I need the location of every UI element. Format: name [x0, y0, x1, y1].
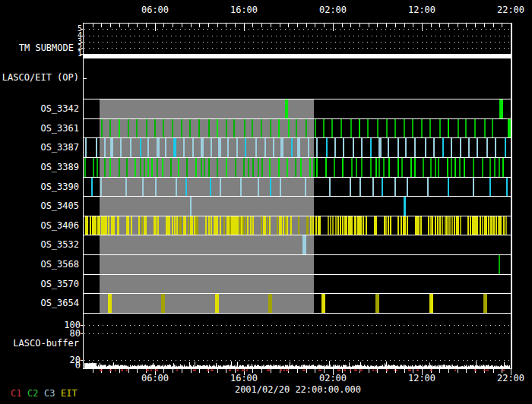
observation-tick: [414, 138, 416, 157]
observation-tick: [474, 119, 476, 137]
observation-tick: [128, 216, 129, 235]
top-axis-tick: [333, 24, 334, 31]
observation-tick: [245, 138, 246, 157]
top-axis-tick: [342, 24, 343, 27]
observation-tick: [460, 138, 461, 157]
observation-tick: [499, 99, 503, 118]
observation-tick: [429, 119, 431, 137]
top-axis-tick: [493, 24, 494, 27]
observed-period-shading: [100, 178, 314, 196]
os-row-label: OS_3342: [0, 104, 79, 114]
observation-tick: [169, 216, 170, 235]
observation-tick: [385, 216, 387, 235]
bottom-axis-tick-label: 12:00: [408, 374, 435, 383]
tm-submode-value-bar: [84, 54, 511, 58]
observation-tick: [197, 216, 198, 235]
buffer-red-mark: [302, 370, 306, 371]
observation-tick: [113, 216, 115, 235]
observation-tick: [135, 158, 136, 177]
observed-period-shading: [100, 294, 314, 313]
observation-tick: [185, 178, 187, 196]
observation-tick: [359, 178, 361, 196]
observation-tick: [146, 119, 147, 137]
buffer-red-mark: [100, 370, 103, 371]
observation-tick: [375, 294, 379, 313]
observation-tick: [185, 216, 186, 235]
observation-tick: [227, 138, 229, 157]
buffer-ytick: [81, 360, 84, 361]
observation-tick: [189, 119, 191, 137]
observation-tick: [388, 138, 389, 157]
buffer-ytick: [81, 325, 84, 326]
tm-submode-gridline: [84, 48, 510, 49]
observation-tick: [296, 119, 297, 137]
observation-tick: [425, 138, 426, 157]
observation-tick: [307, 216, 309, 235]
observation-tick: [442, 216, 443, 235]
observation-tick: [278, 119, 280, 137]
observation-tick: [166, 216, 167, 235]
observation-tick: [427, 178, 429, 196]
observation-tick: [267, 216, 268, 235]
observation-tick: [473, 158, 474, 177]
buffer-red-mark: [344, 370, 346, 371]
observation-tick: [147, 158, 149, 177]
observation-tick: [125, 178, 127, 196]
legend-item-c1: C1: [11, 388, 21, 399]
observation-tick: [108, 216, 109, 235]
observation-tick: [350, 178, 351, 196]
observation-tick: [155, 216, 157, 235]
observation-tick: [353, 138, 354, 157]
observation-tick: [145, 216, 147, 235]
lasco-eit-label: LASCO/EIT (OP): [0, 72, 79, 83]
os-row: [84, 99, 511, 118]
observation-tick: [119, 158, 120, 177]
observation-tick: [325, 158, 327, 177]
observation-tick: [192, 138, 194, 157]
top-axis-tick: [93, 24, 93, 27]
observation-tick: [233, 119, 235, 137]
top-axis-tick-label: 02:00: [319, 5, 347, 15]
buffer-ytick-label: 0: [58, 361, 81, 370]
buffer-red-mark: [430, 370, 432, 371]
observation-tick: [181, 119, 182, 137]
observation-tick: [335, 216, 337, 235]
buffer-usage-signal: [84, 317, 510, 371]
observation-tick: [375, 216, 377, 235]
observation-tick: [390, 216, 391, 235]
observation-tick: [435, 216, 436, 235]
top-axis-tick: [252, 24, 253, 27]
os-row-label: OS_3387: [0, 143, 79, 153]
observation-tick: [154, 119, 156, 137]
observation-tick: [334, 158, 335, 177]
observation-tick: [326, 138, 328, 157]
observation-tick: [397, 138, 399, 157]
lasco-eit-axis-tick: [84, 78, 87, 79]
observation-tick: [183, 138, 185, 157]
observation-tick: [290, 216, 292, 235]
observation-tick: [217, 119, 218, 137]
observation-tick: [420, 216, 422, 235]
observation-tick: [383, 158, 385, 177]
observation-tick: [483, 294, 487, 313]
observed-period-shading: [100, 255, 314, 274]
buffer-red-mark: [246, 370, 248, 371]
observation-tick: [505, 138, 506, 157]
observation-tick: [192, 216, 193, 235]
observation-tick: [359, 119, 360, 137]
observation-tick: [328, 216, 329, 235]
lasco-buffer-label: LASCO-buffer: [0, 338, 79, 349]
observation-tick: [432, 216, 433, 235]
observation-tick: [172, 119, 173, 137]
top-axis-tick: [208, 24, 209, 27]
tm-submode-gridline: [84, 36, 510, 36]
top-axis-tick: [395, 24, 396, 27]
observation-tick: [126, 158, 128, 177]
legend-item-c3: C3: [44, 388, 55, 399]
observation-tick: [332, 216, 334, 235]
observation-tick: [93, 158, 94, 177]
observation-tick: [235, 158, 236, 177]
top-axis-tick: [306, 24, 307, 27]
observation-tick: [142, 178, 144, 196]
top-axis-tick: [271, 24, 271, 27]
